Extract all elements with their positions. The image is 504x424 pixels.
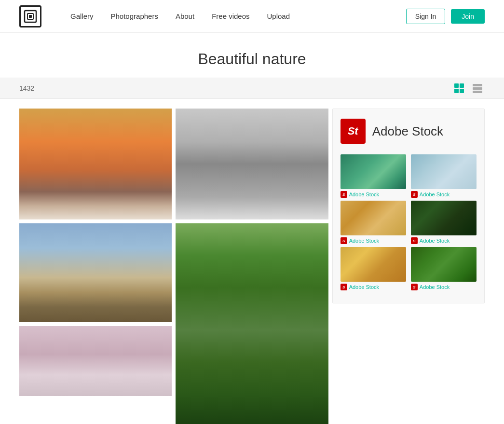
stock-label-text-3: Adobe Stock <box>349 238 379 244</box>
main-nav: Gallery Photographers About Free videos … <box>70 12 406 20</box>
svg-rect-5 <box>454 89 459 93</box>
page-title: Beautiful nature <box>0 50 504 68</box>
header-actions: Sign In Join <box>406 9 485 24</box>
stock-s-icon-3: S <box>341 237 347 244</box>
list-view-button[interactable] <box>470 81 485 96</box>
stock-item-3[interactable]: S Adobe Stock <box>341 201 406 244</box>
svg-rect-3 <box>454 83 459 88</box>
stock-thumb-4 <box>411 201 477 235</box>
svg-rect-6 <box>460 89 464 93</box>
stock-label-text-5: Adobe Stock <box>349 284 379 290</box>
stock-item-2[interactable]: S Adobe Stock <box>411 154 477 198</box>
nav-free-videos[interactable]: Free videos <box>212 12 249 20</box>
stock-row-1: S Adobe Stock S Adobe Stock <box>341 154 477 198</box>
stock-row-3: S Adobe Stock S Adobe Stock <box>341 247 477 290</box>
stock-thumb-2 <box>411 154 477 189</box>
stock-s-icon-4: S <box>411 237 418 244</box>
nav-photographers[interactable]: Photographers <box>111 12 158 20</box>
stock-s-icon-6: S <box>411 284 418 290</box>
photo-trees[interactable] <box>176 223 328 424</box>
stock-label-5[interactable]: S Adobe Stock <box>341 284 406 290</box>
join-button[interactable]: Join <box>451 9 485 24</box>
grid-view-button[interactable] <box>452 81 466 96</box>
photo-pink-sky[interactable] <box>19 326 172 396</box>
stock-label-6[interactable]: S Adobe Stock <box>411 284 477 290</box>
stock-label-text-6: Adobe Stock <box>420 284 450 290</box>
toolbar: 1432 <box>0 78 504 99</box>
stock-label-text-4: Adobe Stock <box>420 238 450 244</box>
nav-upload[interactable]: Upload <box>267 12 290 20</box>
gallery-col-mid <box>176 109 328 424</box>
stock-s-icon-2: S <box>411 191 418 198</box>
svg-rect-8 <box>473 87 482 90</box>
stock-item-5[interactable]: S Adobe Stock <box>341 247 406 290</box>
stock-label-4[interactable]: S Adobe Stock <box>411 237 477 244</box>
photo-truck[interactable] <box>19 223 172 322</box>
view-toggles <box>452 81 485 96</box>
main-content: St Adobe Stock S Adobe Stock S Adobe Sto <box>0 99 504 424</box>
adobe-stock-header: St Adobe Stock <box>341 119 477 144</box>
stock-s-icon-1: S <box>341 191 347 198</box>
gallery-col-left <box>19 109 172 396</box>
stock-item-6[interactable]: S Adobe Stock <box>411 247 477 290</box>
stock-item-1[interactable]: S Adobe Stock <box>341 154 406 198</box>
result-count: 1432 <box>19 84 34 92</box>
header: Gallery Photographers About Free videos … <box>0 0 504 33</box>
svg-rect-7 <box>473 84 482 86</box>
stock-label-text-2: Adobe Stock <box>420 191 450 197</box>
logo-icon <box>19 5 41 27</box>
nav-about[interactable]: About <box>176 12 194 20</box>
adobe-stock-badge: St <box>341 119 366 144</box>
stock-label-2[interactable]: S Adobe Stock <box>411 191 477 198</box>
stock-thumb-6 <box>411 247 477 282</box>
signin-button[interactable]: Sign In <box>406 9 446 24</box>
svg-rect-4 <box>460 83 464 88</box>
stock-item-4[interactable]: S Adobe Stock <box>411 201 477 244</box>
gallery-grid: St Adobe Stock S Adobe Stock S Adobe Sto <box>19 109 485 424</box>
stock-label-text-1: Adobe Stock <box>349 191 379 197</box>
adobe-stock-title: Adobe Stock <box>372 124 443 139</box>
adobe-stock-panel: St Adobe Stock S Adobe Stock S Adobe Sto <box>332 109 485 303</box>
stock-label-3[interactable]: S Adobe Stock <box>341 237 406 244</box>
stock-thumb-3 <box>341 201 406 235</box>
logo[interactable] <box>19 5 41 27</box>
svg-rect-2 <box>29 15 32 18</box>
stock-row-2: S Adobe Stock S Adobe Stock <box>341 201 477 244</box>
stock-thumb-1 <box>341 154 406 189</box>
photo-sunset[interactable] <box>19 109 172 219</box>
stock-label-1[interactable]: S Adobe Stock <box>341 191 406 198</box>
svg-rect-9 <box>473 91 482 93</box>
photo-boat[interactable] <box>176 109 328 219</box>
nav-gallery[interactable]: Gallery <box>70 12 94 20</box>
stock-thumb-5 <box>341 247 406 282</box>
stock-s-icon-5: S <box>341 284 347 290</box>
page-title-section: Beautiful nature <box>0 33 504 78</box>
